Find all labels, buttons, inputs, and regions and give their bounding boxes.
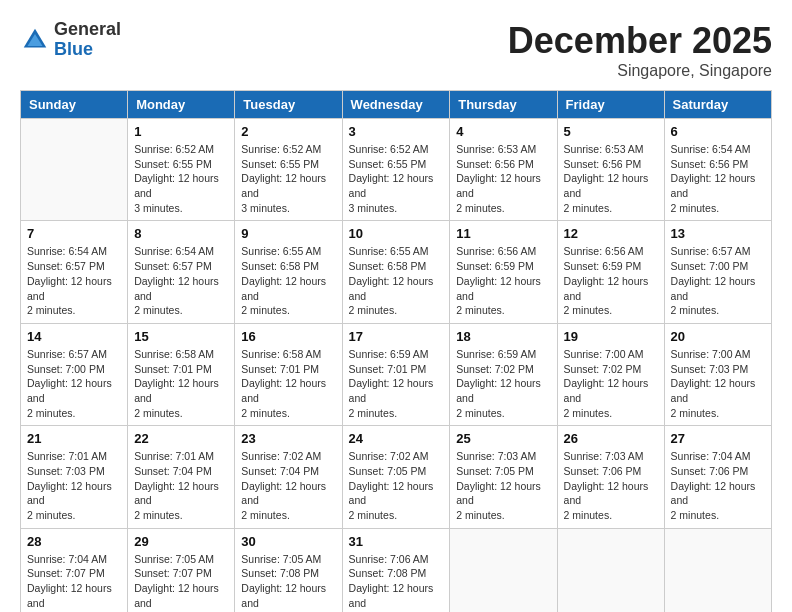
logo-icon [20, 25, 50, 55]
calendar-cell: 12Sunrise: 6:56 AMSunset: 6:59 PMDayligh… [557, 221, 664, 323]
day-number: 25 [456, 431, 550, 446]
day-info: Sunrise: 7:02 AMSunset: 7:05 PMDaylight:… [349, 449, 444, 522]
title-section: December 2025 Singapore, Singapore [508, 20, 772, 80]
day-number: 14 [27, 329, 121, 344]
day-info: Sunrise: 6:54 AMSunset: 6:56 PMDaylight:… [671, 142, 765, 215]
day-number: 22 [134, 431, 228, 446]
day-info: Sunrise: 6:52 AMSunset: 6:55 PMDaylight:… [241, 142, 335, 215]
day-info: Sunrise: 6:58 AMSunset: 7:01 PMDaylight:… [241, 347, 335, 420]
calendar-cell: 8Sunrise: 6:54 AMSunset: 6:57 PMDaylight… [128, 221, 235, 323]
calendar-cell: 6Sunrise: 6:54 AMSunset: 6:56 PMDaylight… [664, 119, 771, 221]
day-number: 10 [349, 226, 444, 241]
calendar-cell: 16Sunrise: 6:58 AMSunset: 7:01 PMDayligh… [235, 323, 342, 425]
logo-text: General Blue [54, 20, 121, 60]
calendar-cell: 21Sunrise: 7:01 AMSunset: 7:03 PMDayligh… [21, 426, 128, 528]
day-number: 31 [349, 534, 444, 549]
calendar-cell: 24Sunrise: 7:02 AMSunset: 7:05 PMDayligh… [342, 426, 450, 528]
day-info: Sunrise: 6:57 AMSunset: 7:00 PMDaylight:… [671, 244, 765, 317]
day-number: 24 [349, 431, 444, 446]
weekday-header: Tuesday [235, 91, 342, 119]
day-number: 29 [134, 534, 228, 549]
weekday-header: Sunday [21, 91, 128, 119]
weekday-header: Wednesday [342, 91, 450, 119]
calendar-cell: 23Sunrise: 7:02 AMSunset: 7:04 PMDayligh… [235, 426, 342, 528]
day-number: 18 [456, 329, 550, 344]
logo-general: General [54, 20, 121, 40]
day-number: 1 [134, 124, 228, 139]
calendar-cell: 10Sunrise: 6:55 AMSunset: 6:58 PMDayligh… [342, 221, 450, 323]
day-number: 17 [349, 329, 444, 344]
page-header: General Blue December 2025 Singapore, Si… [20, 20, 772, 80]
day-number: 13 [671, 226, 765, 241]
calendar-cell: 22Sunrise: 7:01 AMSunset: 7:04 PMDayligh… [128, 426, 235, 528]
day-info: Sunrise: 7:01 AMSunset: 7:03 PMDaylight:… [27, 449, 121, 522]
calendar-cell: 20Sunrise: 7:00 AMSunset: 7:03 PMDayligh… [664, 323, 771, 425]
calendar-cell: 25Sunrise: 7:03 AMSunset: 7:05 PMDayligh… [450, 426, 557, 528]
day-info: Sunrise: 7:00 AMSunset: 7:02 PMDaylight:… [564, 347, 658, 420]
day-number: 27 [671, 431, 765, 446]
day-info: Sunrise: 6:52 AMSunset: 6:55 PMDaylight:… [349, 142, 444, 215]
day-number: 6 [671, 124, 765, 139]
calendar-cell: 17Sunrise: 6:59 AMSunset: 7:01 PMDayligh… [342, 323, 450, 425]
day-number: 21 [27, 431, 121, 446]
day-info: Sunrise: 6:53 AMSunset: 6:56 PMDaylight:… [456, 142, 550, 215]
day-number: 15 [134, 329, 228, 344]
day-info: Sunrise: 6:59 AMSunset: 7:01 PMDaylight:… [349, 347, 444, 420]
calendar-cell [664, 528, 771, 612]
day-info: Sunrise: 6:55 AMSunset: 6:58 PMDaylight:… [349, 244, 444, 317]
day-info: Sunrise: 6:59 AMSunset: 7:02 PMDaylight:… [456, 347, 550, 420]
day-number: 30 [241, 534, 335, 549]
calendar-cell: 2Sunrise: 6:52 AMSunset: 6:55 PMDaylight… [235, 119, 342, 221]
weekday-header: Thursday [450, 91, 557, 119]
day-info: Sunrise: 7:04 AMSunset: 7:07 PMDaylight:… [27, 552, 121, 612]
day-info: Sunrise: 7:06 AMSunset: 7:08 PMDaylight:… [349, 552, 444, 612]
day-info: Sunrise: 7:01 AMSunset: 7:04 PMDaylight:… [134, 449, 228, 522]
logo-blue: Blue [54, 40, 121, 60]
calendar-cell: 5Sunrise: 6:53 AMSunset: 6:56 PMDaylight… [557, 119, 664, 221]
calendar-cell: 19Sunrise: 7:00 AMSunset: 7:02 PMDayligh… [557, 323, 664, 425]
day-number: 16 [241, 329, 335, 344]
calendar-cell [557, 528, 664, 612]
day-number: 28 [27, 534, 121, 549]
calendar-cell: 29Sunrise: 7:05 AMSunset: 7:07 PMDayligh… [128, 528, 235, 612]
day-info: Sunrise: 7:05 AMSunset: 7:07 PMDaylight:… [134, 552, 228, 612]
calendar-cell: 3Sunrise: 6:52 AMSunset: 6:55 PMDaylight… [342, 119, 450, 221]
day-number: 2 [241, 124, 335, 139]
calendar-cell: 18Sunrise: 6:59 AMSunset: 7:02 PMDayligh… [450, 323, 557, 425]
day-info: Sunrise: 6:55 AMSunset: 6:58 PMDaylight:… [241, 244, 335, 317]
weekday-header: Saturday [664, 91, 771, 119]
day-info: Sunrise: 7:03 AMSunset: 7:06 PMDaylight:… [564, 449, 658, 522]
calendar-cell: 11Sunrise: 6:56 AMSunset: 6:59 PMDayligh… [450, 221, 557, 323]
calendar-table: SundayMondayTuesdayWednesdayThursdayFrid… [20, 90, 772, 612]
calendar-cell: 30Sunrise: 7:05 AMSunset: 7:08 PMDayligh… [235, 528, 342, 612]
calendar-cell: 9Sunrise: 6:55 AMSunset: 6:58 PMDaylight… [235, 221, 342, 323]
calendar-cell: 4Sunrise: 6:53 AMSunset: 6:56 PMDaylight… [450, 119, 557, 221]
day-info: Sunrise: 6:52 AMSunset: 6:55 PMDaylight:… [134, 142, 228, 215]
weekday-header: Friday [557, 91, 664, 119]
calendar-cell: 7Sunrise: 6:54 AMSunset: 6:57 PMDaylight… [21, 221, 128, 323]
day-info: Sunrise: 7:04 AMSunset: 7:06 PMDaylight:… [671, 449, 765, 522]
location-title: Singapore, Singapore [508, 62, 772, 80]
day-number: 26 [564, 431, 658, 446]
day-info: Sunrise: 6:58 AMSunset: 7:01 PMDaylight:… [134, 347, 228, 420]
calendar-cell: 31Sunrise: 7:06 AMSunset: 7:08 PMDayligh… [342, 528, 450, 612]
calendar-cell [450, 528, 557, 612]
day-info: Sunrise: 7:05 AMSunset: 7:08 PMDaylight:… [241, 552, 335, 612]
day-number: 5 [564, 124, 658, 139]
calendar-cell [21, 119, 128, 221]
day-info: Sunrise: 6:54 AMSunset: 6:57 PMDaylight:… [134, 244, 228, 317]
calendar-cell: 28Sunrise: 7:04 AMSunset: 7:07 PMDayligh… [21, 528, 128, 612]
day-number: 4 [456, 124, 550, 139]
day-number: 8 [134, 226, 228, 241]
calendar-cell: 26Sunrise: 7:03 AMSunset: 7:06 PMDayligh… [557, 426, 664, 528]
day-number: 11 [456, 226, 550, 241]
day-info: Sunrise: 7:02 AMSunset: 7:04 PMDaylight:… [241, 449, 335, 522]
day-number: 3 [349, 124, 444, 139]
day-number: 12 [564, 226, 658, 241]
calendar-cell: 13Sunrise: 6:57 AMSunset: 7:00 PMDayligh… [664, 221, 771, 323]
calendar-cell: 27Sunrise: 7:04 AMSunset: 7:06 PMDayligh… [664, 426, 771, 528]
weekday-header: Monday [128, 91, 235, 119]
day-info: Sunrise: 6:57 AMSunset: 7:00 PMDaylight:… [27, 347, 121, 420]
day-number: 20 [671, 329, 765, 344]
calendar-cell: 14Sunrise: 6:57 AMSunset: 7:00 PMDayligh… [21, 323, 128, 425]
